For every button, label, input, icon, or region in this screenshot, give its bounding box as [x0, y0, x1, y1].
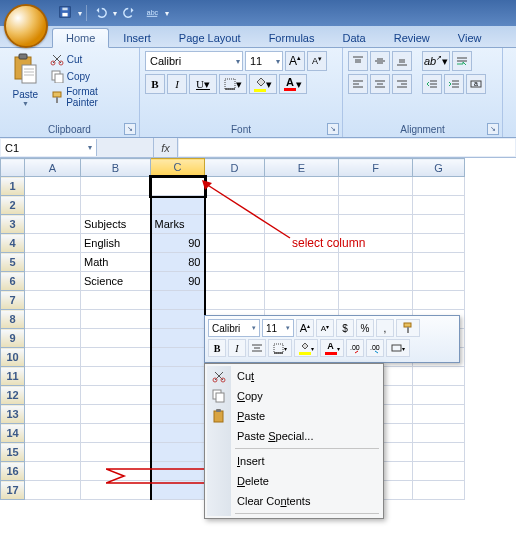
- mini-percent[interactable]: %: [356, 319, 374, 337]
- cell[interactable]: [151, 291, 205, 310]
- cell[interactable]: [413, 367, 465, 386]
- col-header-e[interactable]: E: [265, 159, 339, 177]
- row-header[interactable]: 6: [1, 272, 25, 291]
- cell[interactable]: [81, 443, 151, 462]
- tab-page-layout[interactable]: Page Layout: [165, 28, 255, 47]
- context-clear-contents[interactable]: Clear ContentsClear Contents: [207, 491, 381, 511]
- cell[interactable]: [413, 215, 465, 234]
- cell[interactable]: [265, 272, 339, 291]
- cell[interactable]: [413, 291, 465, 310]
- cell[interactable]: [25, 196, 81, 215]
- col-header-d[interactable]: D: [205, 159, 265, 177]
- cell[interactable]: [265, 215, 339, 234]
- row-header[interactable]: 3: [1, 215, 25, 234]
- mini-currency[interactable]: $: [336, 319, 354, 337]
- context-cut[interactable]: CutCut: [207, 366, 381, 386]
- tab-home[interactable]: Home: [52, 28, 109, 48]
- office-button[interactable]: [4, 4, 48, 48]
- cell[interactable]: [81, 348, 151, 367]
- cell[interactable]: [25, 462, 81, 481]
- mini-format-painter[interactable]: [396, 319, 420, 337]
- align-top-button[interactable]: [348, 51, 368, 71]
- mini-font-color[interactable]: A▾: [320, 339, 344, 357]
- cell[interactable]: [151, 310, 205, 329]
- cell[interactable]: [25, 367, 81, 386]
- cell[interactable]: [25, 424, 81, 443]
- tab-review[interactable]: Review: [380, 28, 444, 47]
- cell[interactable]: [81, 424, 151, 443]
- cell[interactable]: Science: [81, 272, 151, 291]
- row-header[interactable]: 15: [1, 443, 25, 462]
- tab-view[interactable]: View: [444, 28, 496, 47]
- fill-color-button[interactable]: ▾: [249, 74, 277, 94]
- row-header[interactable]: 2: [1, 196, 25, 215]
- increase-indent-button[interactable]: [444, 74, 464, 94]
- cell[interactable]: [81, 177, 151, 196]
- context-paste[interactable]: PastePaste: [207, 406, 381, 426]
- wrap-text-button[interactable]: [452, 51, 472, 71]
- select-all-corner[interactable]: [1, 159, 25, 177]
- cell[interactable]: [413, 234, 465, 253]
- row-header[interactable]: 4: [1, 234, 25, 253]
- cell[interactable]: [413, 424, 465, 443]
- align-left-button[interactable]: [348, 74, 368, 94]
- cell[interactable]: [25, 386, 81, 405]
- cell[interactable]: [413, 272, 465, 291]
- cell[interactable]: [205, 253, 265, 272]
- cell[interactable]: [25, 291, 81, 310]
- decrease-indent-button[interactable]: [422, 74, 442, 94]
- cell[interactable]: [205, 234, 265, 253]
- cut-button[interactable]: Cut: [46, 51, 134, 67]
- qat-dropdown-icon[interactable]: ▾: [78, 9, 82, 18]
- cell[interactable]: [151, 386, 205, 405]
- row-header[interactable]: 5: [1, 253, 25, 272]
- cell[interactable]: English: [81, 234, 151, 253]
- alignment-dialog-icon[interactable]: ↘: [487, 123, 499, 135]
- mini-bold[interactable]: B: [208, 339, 226, 357]
- cell[interactable]: [25, 253, 81, 272]
- shrink-font-button[interactable]: A▾: [307, 51, 327, 71]
- formula-input[interactable]: [179, 139, 515, 156]
- cell[interactable]: [81, 291, 151, 310]
- undo-dropdown-icon[interactable]: ▾: [113, 9, 117, 18]
- mini-decrease-decimal[interactable]: .00: [346, 339, 364, 357]
- cell[interactable]: [151, 405, 205, 424]
- cell[interactable]: [151, 443, 205, 462]
- cell[interactable]: [205, 177, 265, 196]
- align-middle-button[interactable]: [370, 51, 390, 71]
- col-header-f[interactable]: F: [339, 159, 413, 177]
- font-name-combo[interactable]: Calibri▾: [145, 51, 243, 71]
- print-preview-icon[interactable]: abc: [143, 3, 161, 24]
- mini-merge[interactable]: ▾: [386, 339, 410, 357]
- cell[interactable]: 90: [151, 234, 205, 253]
- cell[interactable]: [151, 367, 205, 386]
- cell[interactable]: Subjects: [81, 215, 151, 234]
- context-copy[interactable]: CopyCopy: [207, 386, 381, 406]
- border-button[interactable]: ▾: [219, 74, 247, 94]
- cell[interactable]: [265, 177, 339, 196]
- align-bottom-button[interactable]: [392, 51, 412, 71]
- col-header-c[interactable]: C: [151, 159, 205, 177]
- cell[interactable]: [25, 405, 81, 424]
- cell[interactable]: [413, 462, 465, 481]
- mini-font-combo[interactable]: Calibri▾: [208, 319, 260, 337]
- mini-increase-decimal[interactable]: .00: [366, 339, 384, 357]
- context-insert[interactable]: InsertInsert: [207, 451, 381, 471]
- cell[interactable]: [25, 215, 81, 234]
- cell[interactable]: [339, 253, 413, 272]
- row-header[interactable]: 14: [1, 424, 25, 443]
- row-header[interactable]: 1: [1, 177, 25, 196]
- row-header[interactable]: 11: [1, 367, 25, 386]
- row-header[interactable]: 10: [1, 348, 25, 367]
- cell[interactable]: [413, 386, 465, 405]
- cell[interactable]: [81, 367, 151, 386]
- col-header-b[interactable]: B: [81, 159, 151, 177]
- cell[interactable]: [151, 329, 205, 348]
- cell[interactable]: [413, 177, 465, 196]
- cell[interactable]: [81, 386, 151, 405]
- cell[interactable]: [151, 424, 205, 443]
- name-box[interactable]: C1▾: [1, 139, 97, 156]
- italic-button[interactable]: I: [167, 74, 187, 94]
- mini-comma[interactable]: ,: [376, 319, 394, 337]
- cell[interactable]: [339, 177, 413, 196]
